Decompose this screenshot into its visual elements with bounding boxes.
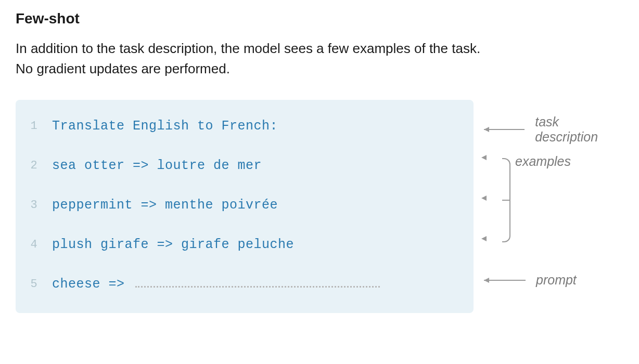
code-text: peppermint => menthe poivrée [52,198,278,213]
code-line-4: 4 plush girafe => girafe peluche [16,225,474,264]
line-number: 5 [16,278,52,291]
bracket-curve [502,158,510,242]
code-text: Translate English to French: [52,119,278,134]
arrow-icon [484,129,525,130]
code-line-5: 5 cheese => [16,264,474,304]
section-title: Few-shot [16,10,623,27]
few-shot-diagram: Few-shot In addition to the task descrip… [16,10,623,313]
line-number: 4 [16,238,52,251]
annotation-label: task description [535,114,623,145]
annotation-task-description: task description [484,114,623,145]
line-number: 1 [16,120,52,133]
diagram-container: 1 Translate English to French: 2 sea ott… [16,100,623,313]
examples-bracket [481,152,513,240]
annotation-label: prompt [536,272,577,288]
annotation-examples: examples [515,154,571,169]
code-line-2: 2 sea otter => loutre de mer [16,146,474,185]
code-text: cheese => [52,277,125,292]
section-description: In addition to the task description, the… [16,38,484,79]
arrow-icon [484,280,526,281]
code-block: 1 Translate English to French: 2 sea ott… [16,100,474,313]
annotation-prompt: prompt [484,272,577,288]
code-text: plush girafe => girafe peluche [52,237,294,252]
line-number: 2 [16,159,52,172]
code-line-1: 1 Translate English to French: [16,106,474,146]
code-text: sea otter => loutre de mer [52,158,262,173]
line-number: 3 [16,199,52,212]
annotation-label: examples [515,154,571,169]
dotted-line [135,286,380,288]
code-line-3: 3 peppermint => menthe poivrée [16,185,474,225]
